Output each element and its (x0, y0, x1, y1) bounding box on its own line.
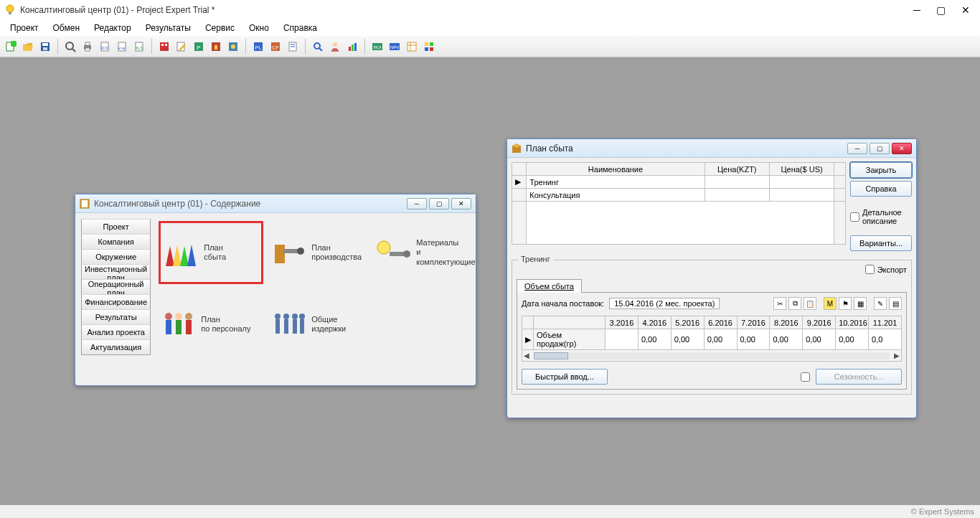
tb-pl[interactable]: PL (250, 39, 266, 55)
close-button[interactable]: ✕ (961, 4, 970, 16)
sidebar-investment-plan[interactable]: Инвестиционный план (81, 264, 151, 280)
tb-save[interactable] (37, 39, 53, 55)
grid-icon[interactable]: ▤ (889, 297, 902, 310)
svg-rect-19 (161, 44, 164, 46)
table-row[interactable]: ▶ Объем продаж(гр) 0,00 0,00 0,00 0,00 0… (522, 329, 902, 350)
sidebar-results[interactable]: Результаты (81, 309, 151, 325)
tb-roi[interactable]: ROI (369, 39, 385, 55)
flag-icon[interactable]: ⚑ (839, 297, 852, 310)
item-sales-plan[interactable]: Плансбыта (159, 222, 263, 283)
tb-xls[interactable]: XLS (131, 39, 147, 55)
sidebar-operation-plan[interactable]: Операционный план (81, 279, 151, 295)
tb-cf[interactable]: CF (268, 39, 283, 55)
m-icon[interactable]: M (824, 297, 837, 310)
tb-doc[interactable]: DOC (97, 39, 113, 55)
tb-find[interactable] (310, 39, 326, 55)
sidebar-analysis[interactable]: Анализ проекта (81, 324, 151, 340)
bulb-key-icon (374, 236, 412, 269)
menu-project[interactable]: Проект (4, 22, 44, 34)
help-button[interactable]: Справка (850, 181, 912, 197)
tb-m[interactable] (225, 39, 241, 55)
contents-titlebar[interactable]: Консалтинговый центр (01) - Содержание ─… (75, 194, 476, 213)
tb-table[interactable] (404, 39, 420, 55)
svg-rect-58 (275, 245, 285, 263)
sidebar-environment[interactable]: Окружение (81, 249, 151, 265)
fast-input-button[interactable]: Быстрый ввод... (522, 369, 608, 385)
tb-html[interactable]: HTML (114, 39, 130, 55)
sales-max[interactable]: ▢ (870, 143, 890, 154)
menu-exchange[interactable]: Обмен (47, 22, 86, 34)
svg-point-61 (377, 241, 390, 254)
table-row[interactable]: ▶Тренинг (512, 176, 846, 189)
menu-window[interactable]: Окно (243, 22, 275, 34)
tb-i[interactable] (208, 39, 224, 55)
statusbar: © Expert Systems (0, 505, 980, 518)
bags-icon (162, 236, 199, 269)
tb-grid4[interactable] (421, 39, 437, 55)
close-button[interactable]: Закрыть (850, 162, 912, 178)
menu-editor[interactable]: Редактор (88, 22, 137, 34)
products-table[interactable]: Наименование Цена(KZT) Цена($ US) ▶Трени… (512, 162, 846, 245)
sidebar-actualization[interactable]: Актуализация (81, 339, 151, 355)
contents-max[interactable]: ▢ (429, 198, 449, 209)
chart-icon[interactable]: ▦ (854, 297, 867, 310)
tb-edit[interactable] (174, 39, 189, 55)
maximize-button[interactable]: ▢ (936, 4, 946, 16)
variants-button[interactable]: Варианты... (850, 235, 912, 251)
table-row[interactable]: Консультация (512, 189, 846, 202)
svg-text:PL: PL (255, 45, 262, 50)
paste-icon[interactable]: 📋 (804, 297, 816, 310)
tb-chart[interactable] (344, 39, 360, 55)
tab-volume[interactable]: Объем сбыта (517, 279, 582, 293)
detail-desc-checkbox[interactable]: Детальное описание (850, 208, 912, 225)
tb-calc[interactable] (156, 39, 172, 55)
svg-text:CF: CF (272, 45, 278, 50)
tb-report[interactable] (285, 39, 301, 55)
item-general-costs[interactable]: Общиеиздержки (270, 296, 367, 352)
delivery-date[interactable]: 15.04.2016 (2 мес. проекта) (609, 298, 720, 309)
svg-rect-38 (349, 47, 351, 51)
pencil-icon[interactable]: ✎ (874, 297, 887, 310)
sales-titlebar[interactable]: План сбыта ─ ▢ ✕ (507, 139, 916, 158)
tb-print[interactable] (80, 39, 95, 55)
export-checkbox[interactable]: Экспорт (865, 265, 907, 274)
item-production-plan[interactable]: Планпроизводства (270, 222, 367, 283)
sidebar-project[interactable]: Проект (81, 219, 151, 235)
svg-rect-1 (9, 12, 11, 14)
item-materials[interactable]: Материалыи комплектующие (374, 222, 472, 283)
item-personnel-plan[interactable]: Планпо персоналу (159, 296, 263, 352)
timeline-table[interactable]: 3.2016 4.2016 5.2016 6.2016 7.2016 8.201… (522, 316, 902, 350)
svg-line-36 (319, 48, 322, 51)
col-price-kzt: Цена(KZT) (705, 163, 769, 176)
tb-preview[interactable] (62, 39, 78, 55)
sidebar-financing[interactable]: Финансирование (81, 294, 151, 310)
minimize-button[interactable]: ─ (913, 4, 920, 16)
contents-title: Консалтинговый центр (01) - Содержание (94, 199, 260, 209)
svg-marker-55 (173, 245, 182, 266)
tb-open[interactable] (20, 39, 36, 55)
menu-results[interactable]: Результаты (140, 22, 197, 34)
bulb-icon (4, 4, 16, 16)
book-icon (80, 199, 90, 209)
menu-service[interactable]: Сервис (199, 22, 240, 34)
contents-close[interactable]: ✕ (451, 198, 471, 209)
h-scrollbar[interactable]: ◀▶ (522, 350, 902, 362)
cut-icon[interactable]: ✂ (773, 297, 786, 310)
seasonality-checkbox[interactable] (801, 372, 810, 382)
contents-min[interactable]: ─ (407, 198, 427, 209)
menu-help[interactable]: Справка (278, 22, 323, 34)
svg-rect-50 (425, 47, 428, 51)
svg-rect-3 (11, 41, 17, 47)
svg-rect-45 (407, 42, 416, 51)
sidebar-company[interactable]: Компания (81, 234, 151, 250)
tb-new[interactable] (3, 39, 19, 55)
tb-p[interactable]: P (191, 39, 207, 55)
toolbar-sep (245, 39, 246, 55)
tb-user[interactable] (327, 39, 343, 55)
toolbar-sep (57, 39, 58, 55)
sales-close[interactable]: ✕ (892, 143, 912, 154)
tb-npv[interactable]: NPV (387, 39, 402, 55)
sales-min[interactable]: ─ (847, 143, 867, 154)
svg-point-76 (299, 314, 305, 319)
copy-icon[interactable]: ⧉ (788, 297, 801, 310)
